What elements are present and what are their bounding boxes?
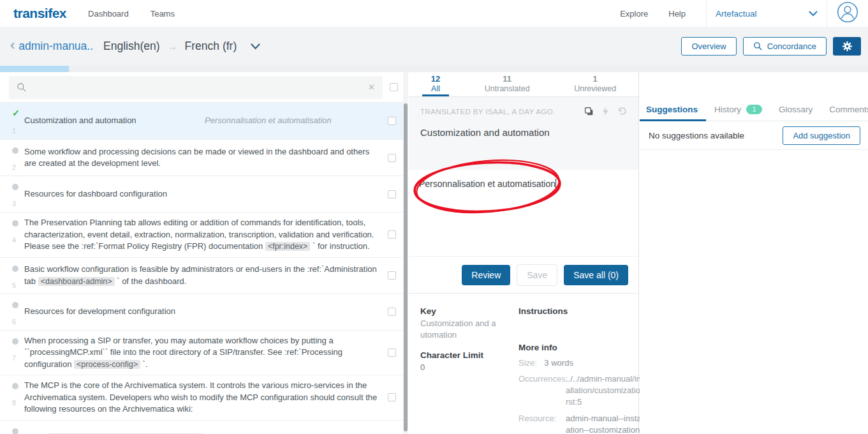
tab-comments[interactable]: Comments [821, 105, 868, 121]
scrollbar-thumb[interactable] [404, 103, 408, 431]
tab-unreviewed[interactable]: 1 Unreviewed [565, 74, 625, 96]
tab-unreviewed-count: 1 [574, 74, 616, 84]
copy-source-icon[interactable] [584, 107, 594, 116]
row-checkbox[interactable] [388, 393, 396, 401]
tab-suggestions[interactable]: Suggestions [640, 105, 706, 121]
row-checkbox[interactable] [388, 154, 396, 162]
row-number: 6 [12, 318, 24, 326]
untranslated-dot-icon [12, 302, 18, 308]
tab-all[interactable]: 12 All [422, 74, 449, 96]
row-checkbox[interactable] [388, 308, 396, 316]
translated-check-icon: ✓ [12, 108, 24, 117]
tab-all-count: 12 [431, 74, 440, 84]
string-content: Basic workflow configuration is feasible… [24, 264, 388, 287]
resource-value: admin-manual--installation--customizatio… [566, 413, 647, 434]
search-box[interactable]: ✕ [9, 76, 383, 99]
row-checkbox[interactable] [388, 348, 396, 357]
nav-teams[interactable]: Teams [151, 9, 175, 19]
nav-explore[interactable]: Explore [620, 9, 648, 19]
org-selector[interactable]: Artefactual [707, 0, 827, 27]
nav-right: Explore Help Artefactual [620, 0, 868, 27]
status-column: 9 [0, 425, 24, 434]
source-text: Basic workflow configuration is feasible… [24, 264, 381, 287]
select-all-checkbox[interactable] [390, 83, 398, 91]
gear-icon [842, 41, 853, 52]
list-item[interactable]: 3Resources for dashboard configuration [0, 176, 408, 212]
translation-actions: Review Save Save all (0) [409, 257, 638, 294]
transifex-logo[interactable]: transifex [13, 6, 66, 21]
search-input[interactable] [33, 82, 368, 93]
tab-untranslated[interactable]: 11 Untranslated [476, 74, 539, 96]
target-language: French (fr) [185, 40, 237, 53]
save-all-button[interactable]: Save all (0) [564, 265, 628, 285]
search-icon [17, 82, 27, 93]
suggestions-row: No suggestions available Add suggestion [640, 121, 868, 150]
search-icon [753, 41, 763, 51]
status-column: 5 [0, 262, 24, 289]
status-column: 3 [0, 181, 24, 207]
translation-panel: 12 All 11 Untranslated 1 Unreviewed TRAN… [409, 72, 639, 434]
untranslated-dot-icon [12, 338, 18, 345]
list-item[interactable]: 6Resources for development configuration [0, 294, 408, 330]
nav-help[interactable]: Help [668, 9, 686, 19]
machine-translate-icon[interactable] [602, 107, 609, 116]
context-tabs: Suggestions History1 Glossary Comments [640, 101, 868, 121]
translation-preview: Personnalisation et automatisation [205, 115, 381, 127]
history-badge: 1 [746, 105, 762, 114]
language-chevron-down-icon[interactable] [251, 43, 260, 50]
list-item[interactable]: 2Some workflow and processing decisions … [0, 139, 408, 176]
top-nav: transifex Dashboard Teams Explore Help A… [0, 0, 868, 27]
back-chevron-icon[interactable]: ‹ [10, 37, 15, 54]
inline-code-tag: <process-config> [74, 360, 140, 369]
occurrences-label: Occurrences: [519, 373, 566, 408]
row-number: 8 [12, 399, 24, 407]
translation-input[interactable]: Personnalisation et automatisation [409, 170, 638, 257]
undo-icon[interactable] [617, 107, 627, 116]
inline-code-tag: <fpr:index> [265, 242, 311, 251]
string-content: The Preservation Planning tab allows edi… [24, 217, 388, 253]
list-item[interactable]: 4The Preservation Planning tab allows ed… [0, 212, 408, 257]
translation-status-row: TRANSLATED BY ISAAL, A DAY AGO. [420, 107, 627, 116]
status-column: 2 [0, 144, 24, 171]
list-item[interactable]: 7When processing a SIP or transfer, you … [0, 330, 408, 375]
string-list-panel: ✕ ✓1Customization and automationPersonna… [0, 72, 408, 434]
nav-dashboard[interactable]: Dashboard [88, 9, 129, 19]
tab-history[interactable]: History1 [706, 105, 770, 121]
string-list: ✓1Customization and automationPersonnali… [0, 102, 408, 434]
list-scrollbar[interactable] [403, 72, 408, 434]
occurrences-row: Occurrences: ../../admin-manual/installa… [519, 373, 647, 408]
breadcrumb-project[interactable]: admin-manua.. [18, 40, 93, 53]
list-item[interactable]: ✓1Customization and automationPersonnali… [0, 102, 408, 139]
row-checkbox[interactable] [388, 117, 396, 125]
row-checkbox[interactable] [388, 190, 396, 198]
search-row: ✕ [0, 72, 408, 102]
tab-untranslated-label: Untranslated [485, 84, 530, 93]
settings-button[interactable] [833, 37, 861, 56]
filter-tabs: 12 All 11 Untranslated 1 Unreviewed [409, 72, 638, 97]
review-button[interactable]: Review [462, 265, 510, 285]
row-number: 3 [12, 200, 24, 207]
row-number: 5 [12, 281, 24, 289]
save-button[interactable]: Save [517, 264, 557, 286]
concordance-button[interactable]: Concordance [743, 37, 827, 56]
source-string-text: Customization and automation [420, 127, 627, 138]
clear-search-icon[interactable]: ✕ [368, 82, 375, 92]
list-item[interactable]: 5Basic workflow configuration is feasibl… [0, 257, 408, 294]
editor-header: ‹ admin-manua.. English(en) → French (fr… [0, 27, 868, 66]
key-label: Key [420, 306, 498, 316]
overview-button[interactable]: Overview [681, 37, 736, 56]
add-suggestion-button[interactable]: Add suggestion [783, 126, 860, 145]
list-item[interactable]: 8The MCP is the core of the Archivematic… [0, 375, 408, 420]
row-checkbox[interactable] [388, 271, 396, 280]
untranslated-dot-icon [12, 428, 18, 434]
row-checkbox[interactable] [388, 230, 396, 239]
history-label: History [714, 105, 741, 114]
untranslated-dot-icon [12, 184, 18, 190]
resource-label: Resource: [519, 413, 566, 434]
source-text: Some workflow and processing decisions c… [24, 146, 381, 170]
user-avatar[interactable] [827, 0, 868, 27]
row-number: 1 [12, 127, 24, 135]
tab-glossary[interactable]: Glossary [770, 105, 821, 121]
progress-fill [0, 66, 69, 72]
list-item[interactable]: 9`MCP <https://www.archivematica.org/wik… [0, 420, 408, 434]
